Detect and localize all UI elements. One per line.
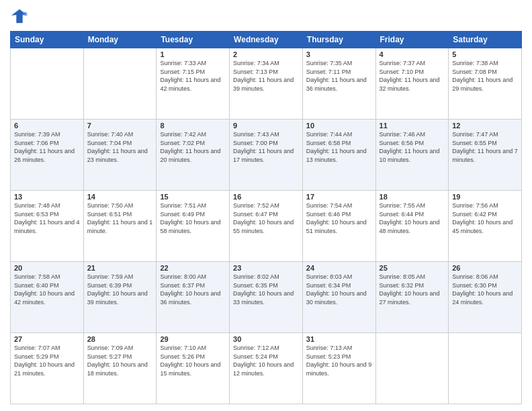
day-info: Sunrise: 7:39 AM Sunset: 7:06 PM Dayligh…: [14, 130, 80, 164]
calendar-cell: 17Sunrise: 7:54 AM Sunset: 6:46 PM Dayli…: [302, 191, 375, 262]
calendar-cell: [11, 48, 84, 120]
day-number: 5: [452, 50, 518, 58]
calendar-cell: 3Sunrise: 7:35 AM Sunset: 7:11 PM Daylig…: [302, 48, 375, 120]
day-number: 13: [14, 193, 80, 201]
day-info: Sunrise: 7:56 AM Sunset: 6:42 PM Dayligh…: [452, 201, 518, 235]
calendar-cell: 26Sunrise: 8:06 AM Sunset: 6:30 PM Dayli…: [449, 262, 522, 333]
day-info: Sunrise: 7:07 AM Sunset: 5:29 PM Dayligh…: [14, 344, 80, 377]
day-number: 26: [452, 264, 518, 272]
calendar-cell: 31Sunrise: 7:13 AM Sunset: 5:23 PM Dayli…: [302, 333, 375, 404]
day-info: Sunrise: 7:37 AM Sunset: 7:10 PM Dayligh…: [380, 59, 445, 93]
calendar-cell: 4Sunrise: 7:37 AM Sunset: 7:10 PM Daylig…: [375, 48, 449, 120]
day-number: 21: [87, 264, 153, 272]
weekday-header-wednesday: Wednesday: [230, 32, 303, 48]
calendar-cell: 22Sunrise: 8:00 AM Sunset: 6:37 PM Dayli…: [157, 262, 230, 333]
day-info: Sunrise: 7:33 AM Sunset: 7:15 PM Dayligh…: [160, 59, 226, 93]
calendar-table: SundayMondayTuesdayWednesdayThursdayFrid…: [10, 31, 522, 404]
logo: [10, 7, 32, 26]
day-info: Sunrise: 7:55 AM Sunset: 6:44 PM Dayligh…: [380, 201, 445, 235]
day-info: Sunrise: 8:00 AM Sunset: 6:37 PM Dayligh…: [160, 273, 226, 306]
calendar-cell: 9Sunrise: 7:43 AM Sunset: 7:00 PM Daylig…: [230, 120, 303, 191]
day-info: Sunrise: 7:12 AM Sunset: 5:24 PM Dayligh…: [233, 344, 299, 377]
day-number: 12: [452, 122, 518, 130]
week-row-3: 13Sunrise: 7:48 AM Sunset: 6:53 PM Dayli…: [11, 191, 522, 262]
calendar-cell: 29Sunrise: 7:10 AM Sunset: 5:26 PM Dayli…: [157, 333, 230, 404]
calendar-cell: 30Sunrise: 7:12 AM Sunset: 5:24 PM Dayli…: [230, 333, 303, 404]
day-info: Sunrise: 8:06 AM Sunset: 6:30 PM Dayligh…: [452, 273, 518, 306]
day-number: 16: [233, 193, 299, 201]
weekday-header-thursday: Thursday: [302, 32, 375, 48]
week-row-5: 27Sunrise: 7:07 AM Sunset: 5:29 PM Dayli…: [11, 333, 522, 404]
day-number: 1: [160, 50, 226, 58]
calendar-cell: [83, 48, 157, 120]
day-info: Sunrise: 7:50 AM Sunset: 6:51 PM Dayligh…: [87, 201, 153, 235]
day-info: Sunrise: 7:35 AM Sunset: 7:11 PM Dayligh…: [306, 59, 372, 93]
svg-marker-0: [11, 9, 28, 24]
day-info: Sunrise: 8:03 AM Sunset: 6:34 PM Dayligh…: [306, 273, 372, 306]
calendar-cell: 25Sunrise: 8:05 AM Sunset: 6:32 PM Dayli…: [375, 262, 449, 333]
weekday-header-saturday: Saturday: [449, 32, 522, 48]
day-number: 7: [87, 122, 153, 130]
day-info: Sunrise: 7:47 AM Sunset: 6:55 PM Dayligh…: [452, 130, 518, 164]
day-number: 27: [14, 335, 80, 343]
weekday-header-row: SundayMondayTuesdayWednesdayThursdayFrid…: [11, 32, 522, 48]
day-number: 9: [233, 122, 299, 130]
calendar-cell: 12Sunrise: 7:47 AM Sunset: 6:55 PM Dayli…: [449, 120, 522, 191]
day-number: 31: [306, 335, 372, 343]
calendar-cell: 14Sunrise: 7:50 AM Sunset: 6:51 PM Dayli…: [83, 191, 157, 262]
day-number: 24: [306, 264, 372, 272]
week-row-4: 20Sunrise: 7:58 AM Sunset: 6:40 PM Dayli…: [11, 262, 522, 333]
day-info: Sunrise: 7:43 AM Sunset: 7:00 PM Dayligh…: [233, 130, 299, 164]
calendar-cell: 8Sunrise: 7:42 AM Sunset: 7:02 PM Daylig…: [157, 120, 230, 191]
day-number: 4: [380, 50, 445, 58]
logo-icon: [10, 7, 29, 26]
day-number: 29: [160, 335, 226, 343]
day-number: 6: [14, 122, 80, 130]
day-number: 11: [380, 122, 445, 130]
day-number: 10: [306, 122, 372, 130]
day-number: 2: [233, 50, 299, 58]
day-info: Sunrise: 7:34 AM Sunset: 7:13 PM Dayligh…: [233, 59, 299, 93]
day-info: Sunrise: 8:02 AM Sunset: 6:35 PM Dayligh…: [233, 273, 299, 306]
calendar-cell: 10Sunrise: 7:44 AM Sunset: 6:58 PM Dayli…: [302, 120, 375, 191]
day-info: Sunrise: 7:38 AM Sunset: 7:08 PM Dayligh…: [452, 59, 518, 93]
day-number: 23: [233, 264, 299, 272]
calendar-cell: 18Sunrise: 7:55 AM Sunset: 6:44 PM Dayli…: [375, 191, 449, 262]
day-number: 15: [160, 193, 226, 201]
calendar-cell: 6Sunrise: 7:39 AM Sunset: 7:06 PM Daylig…: [11, 120, 84, 191]
week-row-2: 6Sunrise: 7:39 AM Sunset: 7:06 PM Daylig…: [11, 120, 522, 191]
day-info: Sunrise: 7:48 AM Sunset: 6:53 PM Dayligh…: [14, 201, 80, 235]
calendar-cell: 11Sunrise: 7:46 AM Sunset: 6:56 PM Dayli…: [375, 120, 449, 191]
day-number: 3: [306, 50, 372, 58]
calendar-cell: 21Sunrise: 7:59 AM Sunset: 6:39 PM Dayli…: [83, 262, 157, 333]
calendar-cell: 16Sunrise: 7:52 AM Sunset: 6:47 PM Dayli…: [230, 191, 303, 262]
calendar-cell: 28Sunrise: 7:09 AM Sunset: 5:27 PM Dayli…: [83, 333, 157, 404]
day-info: Sunrise: 7:51 AM Sunset: 6:49 PM Dayligh…: [160, 201, 226, 235]
weekday-header-friday: Friday: [375, 32, 449, 48]
day-info: Sunrise: 7:42 AM Sunset: 7:02 PM Dayligh…: [160, 130, 226, 164]
day-number: 22: [160, 264, 226, 272]
weekday-header-tuesday: Tuesday: [157, 32, 230, 48]
calendar-cell: 2Sunrise: 7:34 AM Sunset: 7:13 PM Daylig…: [230, 48, 303, 120]
day-info: Sunrise: 8:05 AM Sunset: 6:32 PM Dayligh…: [380, 273, 445, 306]
calendar-cell: 7Sunrise: 7:40 AM Sunset: 7:04 PM Daylig…: [83, 120, 157, 191]
day-info: Sunrise: 7:40 AM Sunset: 7:04 PM Dayligh…: [87, 130, 153, 164]
day-info: Sunrise: 7:58 AM Sunset: 6:40 PM Dayligh…: [14, 273, 80, 306]
day-number: 14: [87, 193, 153, 201]
day-info: Sunrise: 7:46 AM Sunset: 6:56 PM Dayligh…: [380, 130, 445, 164]
day-number: 19: [452, 193, 518, 201]
day-number: 30: [233, 335, 299, 343]
day-info: Sunrise: 7:54 AM Sunset: 6:46 PM Dayligh…: [306, 201, 372, 235]
day-info: Sunrise: 7:13 AM Sunset: 5:23 PM Dayligh…: [306, 344, 372, 377]
calendar-cell: 27Sunrise: 7:07 AM Sunset: 5:29 PM Dayli…: [11, 333, 84, 404]
day-info: Sunrise: 7:52 AM Sunset: 6:47 PM Dayligh…: [233, 201, 299, 235]
calendar-cell: 23Sunrise: 8:02 AM Sunset: 6:35 PM Dayli…: [230, 262, 303, 333]
day-number: 8: [160, 122, 226, 130]
calendar-cell: 15Sunrise: 7:51 AM Sunset: 6:49 PM Dayli…: [157, 191, 230, 262]
day-info: Sunrise: 7:44 AM Sunset: 6:58 PM Dayligh…: [306, 130, 372, 164]
day-number: 20: [14, 264, 80, 272]
day-info: Sunrise: 7:09 AM Sunset: 5:27 PM Dayligh…: [87, 344, 153, 377]
day-number: 18: [380, 193, 445, 201]
calendar-cell: 1Sunrise: 7:33 AM Sunset: 7:15 PM Daylig…: [157, 48, 230, 120]
calendar-cell: 5Sunrise: 7:38 AM Sunset: 7:08 PM Daylig…: [449, 48, 522, 120]
